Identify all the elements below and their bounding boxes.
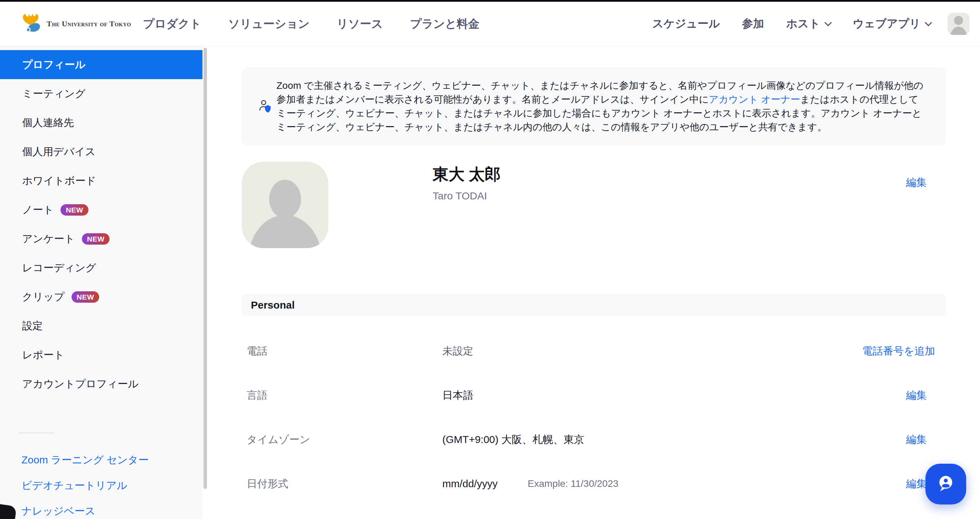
nav-action-web-app[interactable]: ウェブアプリ xyxy=(853,16,931,32)
sidebar-item-label: レポート xyxy=(22,348,64,362)
sidebar-divider xyxy=(18,433,54,433)
sidebar-nav-list: プロフィール ミーティング 個人連絡先 個人用デバイス ホワイトボード ノート … xyxy=(0,50,202,398)
sidebar-item-label: アカウントプロフィール xyxy=(22,377,138,391)
personal-rows: 電話 未設定 電話番号を追加 言語 日本語 編集 タイムゾーン (GMT+9:0… xyxy=(242,329,946,506)
sidebar-item-label: ノート xyxy=(22,203,54,217)
sidebar-item-label: プロフィール xyxy=(22,58,86,72)
zoom-profile-page: { "brand": { "logo_text": "The Universit… xyxy=(0,0,980,519)
person-shield-icon xyxy=(258,99,272,114)
sidebar-item-personal-contacts[interactable]: 個人連絡先 xyxy=(0,108,202,137)
timezone-row: タイムゾーン (GMT+9:00) 大阪、札幌、東京 編集 xyxy=(242,417,946,462)
timezone-edit-link[interactable]: 編集 xyxy=(906,433,927,447)
chevron-down-icon xyxy=(824,19,831,26)
sidebar-item-meetings[interactable]: ミーティング xyxy=(0,79,202,108)
sidebar-link-label: ビデオチュートリアル xyxy=(21,479,127,493)
personal-section-title: Personal xyxy=(251,299,295,311)
sidebar-item-label: アンケート xyxy=(22,232,75,246)
profile-header: 東大 太郎 Taro TODAI 編集 xyxy=(242,162,946,248)
nav-item-resources[interactable]: リソース xyxy=(337,16,383,32)
sidebar-link-label: Zoom ラーニング センター xyxy=(21,453,149,467)
nav-action-schedule-label: スケジュール xyxy=(652,16,720,32)
profile-romanized-name: Taro TODAI xyxy=(433,190,487,202)
date-format-example: Example: 11/30/2023 xyxy=(528,478,619,489)
chat-person-icon xyxy=(934,472,957,496)
sidebar-item-account-profile[interactable]: アカウントプロフィール xyxy=(0,369,202,398)
sidebar-item-reports[interactable]: レポート xyxy=(0,341,202,369)
privacy-notice-box: Zoom で主催されるミーティング、ウェビナー、チャット、またはチャネルに参加す… xyxy=(242,67,946,145)
sidebar-item-label: 個人連絡先 xyxy=(22,116,74,130)
sidebar-link-video-tutorials[interactable]: ビデオチュートリアル xyxy=(0,473,202,498)
sidebar-footer-links: Zoom ラーニング センター ビデオチュートリアル ナレッジベース xyxy=(0,447,202,519)
university-logo[interactable]: The University of Tokyo xyxy=(20,12,131,36)
top-nav: The University of Tokyo プロダクト ソリューション リソ… xyxy=(0,2,980,46)
language-edit-link[interactable]: 編集 xyxy=(906,388,927,403)
sidebar-item-label: 個人用デバイス xyxy=(22,145,96,159)
sidebar-item-personal-devices[interactable]: 個人用デバイス xyxy=(0,137,202,166)
sidebar-item-surveys[interactable]: アンケート NEW xyxy=(0,224,202,253)
timezone-value: (GMT+9:00) 大阪、札幌、東京 xyxy=(442,433,584,447)
sidebar-link-learning-center[interactable]: Zoom ラーニング センター xyxy=(0,447,202,473)
person-icon xyxy=(954,16,963,25)
sidebar-item-settings[interactable]: 設定 xyxy=(0,311,202,341)
date-format-label: 日付形式 xyxy=(247,477,442,491)
profile-avatar[interactable] xyxy=(242,162,328,248)
nav-actions: スケジュール 参加 ホスト ウェブアプリ xyxy=(652,13,970,35)
sidebar-scrollbar[interactable] xyxy=(204,48,207,489)
new-badge: NEW xyxy=(72,291,100,303)
new-badge: NEW xyxy=(82,233,110,245)
nav-menu: プロダクト ソリューション リソース プランと料金 xyxy=(143,16,480,32)
sidebar-item-recordings[interactable]: レコーディング xyxy=(0,253,202,282)
profile-display-name: 東大 太郎 xyxy=(433,164,501,185)
sidebar-item-whiteboard[interactable]: ホワイトボード xyxy=(0,166,202,195)
sidebar-link-label: ナレッジベース xyxy=(21,504,95,518)
help-button[interactable] xyxy=(925,464,966,505)
add-phone-number-link[interactable]: 電話番号を追加 xyxy=(862,344,935,358)
nav-action-web-app-label: ウェブアプリ xyxy=(853,16,921,32)
sidebar-item-notes[interactable]: ノート NEW xyxy=(0,195,202,224)
nav-item-products[interactable]: プロダクト xyxy=(143,16,202,32)
sidebar-item-label: 設定 xyxy=(22,319,43,333)
language-label: 言語 xyxy=(247,388,442,403)
nav-action-host[interactable]: ホスト xyxy=(786,16,830,32)
nav-action-schedule[interactable]: スケジュール xyxy=(652,16,720,32)
phone-row: 電話 未設定 電話番号を追加 xyxy=(242,329,946,373)
nav-action-join[interactable]: 参加 xyxy=(742,16,764,32)
account-avatar[interactable] xyxy=(948,13,970,35)
person-icon xyxy=(269,180,301,218)
sidebar-item-clips[interactable]: クリップ NEW xyxy=(0,282,202,311)
nav-item-plans-pricing[interactable]: プランと料金 xyxy=(410,16,479,32)
person-icon-shoulders xyxy=(950,27,967,35)
person-icon-shoulders xyxy=(248,215,322,248)
sidebar-item-label: ホワイトボード xyxy=(22,174,96,188)
sidebar-item-label: ミーティング xyxy=(22,87,86,101)
chevron-down-icon xyxy=(925,19,932,26)
sidebar: プロフィール ミーティング 個人連絡先 個人用デバイス ホワイトボード ノート … xyxy=(0,46,202,519)
ginkgo-logo-icon xyxy=(20,12,42,36)
nav-action-host-label: ホスト xyxy=(786,16,820,32)
language-row: 言語 日本語 編集 xyxy=(242,373,946,417)
sidebar-link-knowledge-base[interactable]: ナレッジベース xyxy=(0,498,202,519)
language-value: 日本語 xyxy=(442,388,473,403)
main-content: Zoom で主催されるミーティング、ウェビナー、チャット、またはチャネルに参加す… xyxy=(207,46,980,519)
personal-section-header: Personal xyxy=(242,294,946,316)
sidebar-item-profile[interactable]: プロフィール xyxy=(0,50,202,79)
account-owner-link[interactable]: アカウント オーナー xyxy=(709,94,800,105)
nav-item-solutions[interactable]: ソリューション xyxy=(228,16,310,32)
date-format-value: mm/dd/yyyy xyxy=(442,478,498,490)
phone-value: 未設定 xyxy=(442,344,473,358)
new-badge: NEW xyxy=(60,204,89,216)
sidebar-item-label: クリップ xyxy=(22,290,65,304)
university-logo-text: The University of Tokyo xyxy=(47,19,131,28)
date-format-edit-link[interactable]: 編集 xyxy=(906,477,927,491)
privacy-notice-text: Zoom で主催されるミーティング、ウェビナー、チャット、またはチャネルに参加す… xyxy=(277,79,927,134)
phone-label: 電話 xyxy=(247,344,442,358)
timezone-label: タイムゾーン xyxy=(247,433,442,447)
nav-action-join-label: 参加 xyxy=(742,16,764,32)
date-format-row: 日付形式 mm/dd/yyyy Example: 11/30/2023 編集 xyxy=(242,462,946,506)
profile-edit-link[interactable]: 編集 xyxy=(906,175,927,190)
sidebar-item-label: レコーディング xyxy=(22,261,96,275)
